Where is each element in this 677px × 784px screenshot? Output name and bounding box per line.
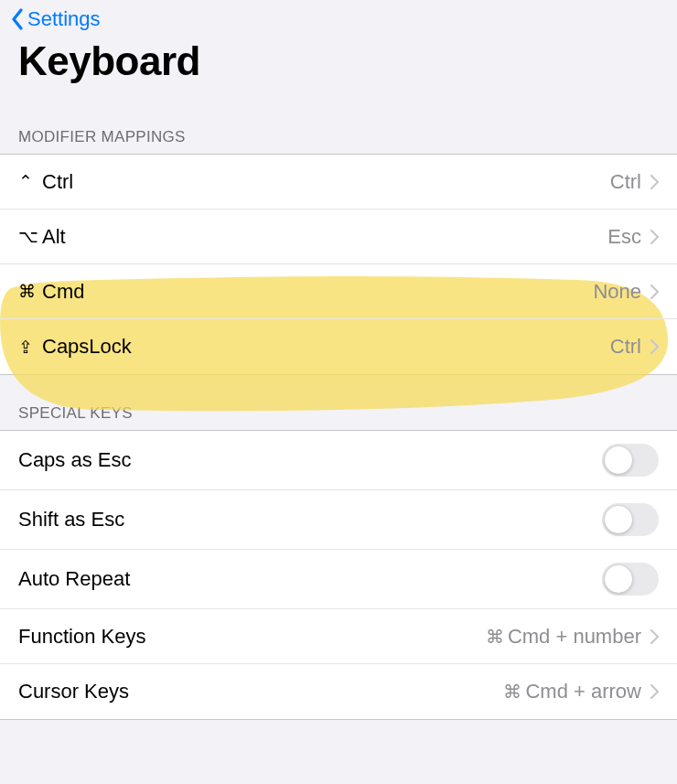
modifier-row-cmd[interactable]: ⌘ Cmd None <box>0 264 677 319</box>
switch-auto-repeat[interactable] <box>602 563 659 596</box>
chevron-right-icon <box>650 285 659 299</box>
chevron-left-icon <box>11 8 24 30</box>
modifier-list: ⌃ Ctrl Ctrl ⌥ Alt Esc ⌘ Cmd None ⇪ CapsL… <box>0 154 677 375</box>
cmd-icon: ⌘ <box>503 681 521 703</box>
special-row-auto-repeat: Auto Repeat <box>0 550 677 609</box>
capslock-icon: ⇪ <box>18 337 42 358</box>
row-label: Shift as Esc <box>18 508 124 532</box>
row-label: Cmd <box>42 280 84 304</box>
row-label: Auto Repeat <box>18 567 130 591</box>
section-header-modifiers: MODIFIER MAPPINGS <box>0 99 677 154</box>
ctrl-icon: ⌃ <box>18 171 42 192</box>
back-label: Settings <box>27 7 101 31</box>
row-label: Caps as Esc <box>18 448 132 472</box>
row-label: Ctrl <box>42 170 73 194</box>
modifier-row-capslock[interactable]: ⇪ CapsLock Ctrl <box>0 319 677 374</box>
switch-caps-as-esc[interactable] <box>602 444 659 477</box>
modifier-row-alt[interactable]: ⌥ Alt Esc <box>0 209 677 264</box>
chevron-right-icon <box>650 339 659 354</box>
cmd-icon: ⌘ <box>486 626 504 648</box>
special-row-function-keys[interactable]: Function Keys ⌘ Cmd + number <box>0 609 677 664</box>
switch-shift-as-esc[interactable] <box>602 503 659 536</box>
special-list: Caps as Esc Shift as Esc Auto Repeat Fun… <box>0 430 677 720</box>
chevron-right-icon <box>650 230 659 244</box>
page-title: Keyboard <box>18 38 659 84</box>
row-value: Ctrl <box>610 170 641 194</box>
chevron-right-icon <box>650 175 659 189</box>
row-value: None <box>593 280 641 304</box>
row-label: CapsLock <box>42 335 132 359</box>
row-label: Alt <box>42 225 66 249</box>
nav-bar: Settings <box>0 0 677 31</box>
title-bar: Keyboard <box>0 31 677 99</box>
row-label: Function Keys <box>18 625 145 649</box>
row-value: Cmd + number <box>508 625 641 649</box>
row-value: Esc <box>607 225 641 249</box>
back-button[interactable]: Settings <box>11 7 101 31</box>
special-row-cursor-keys[interactable]: Cursor Keys ⌘ Cmd + arrow <box>0 664 677 719</box>
alt-icon: ⌥ <box>18 226 42 247</box>
special-row-caps-as-esc: Caps as Esc <box>0 431 677 490</box>
chevron-right-icon <box>650 629 659 644</box>
chevron-right-icon <box>650 684 659 699</box>
row-value: Ctrl <box>610 335 641 359</box>
section-header-special: SPECIAL KEYS <box>0 375 677 430</box>
cmd-icon: ⌘ <box>18 281 42 302</box>
row-label: Cursor Keys <box>18 680 129 703</box>
modifier-row-ctrl[interactable]: ⌃ Ctrl Ctrl <box>0 155 677 209</box>
row-value: Cmd + arrow <box>525 680 641 703</box>
special-row-shift-as-esc: Shift as Esc <box>0 490 677 550</box>
